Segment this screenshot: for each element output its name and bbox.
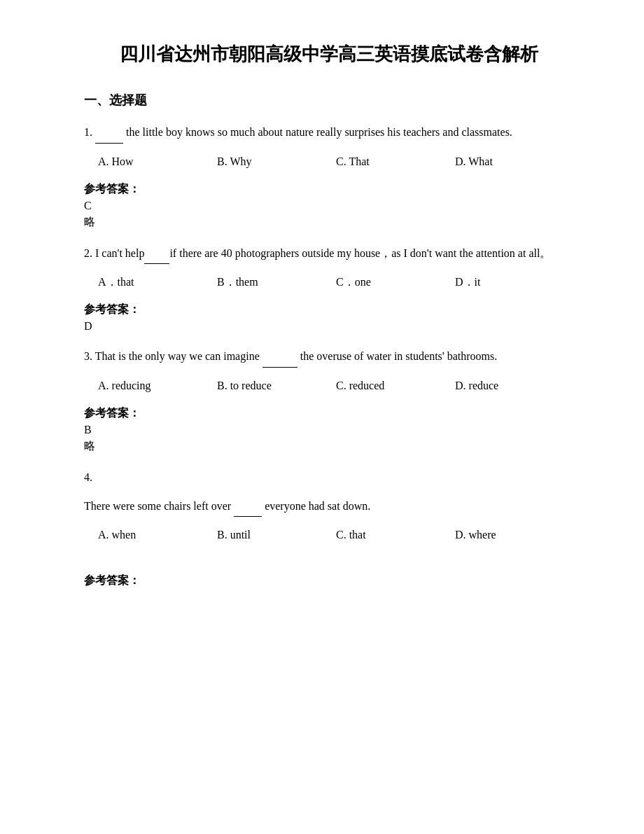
question-block-1: 1. the little boy knows so much about na… — [84, 123, 574, 230]
q2-answer-label: 参考答案： — [84, 303, 574, 317]
q2-option-b: B．them — [217, 272, 336, 293]
question-text-2: 2. I can't help if there are 40 photogra… — [84, 244, 574, 265]
question-block-3: 3. That is the only way we can imagine t… — [84, 347, 574, 454]
q3-option-b: B. to reduce — [217, 376, 336, 396]
q4-option-a: A. when — [98, 525, 217, 545]
q1-answer-note: 略 — [84, 215, 574, 230]
q1-option-a: A. How — [98, 152, 217, 172]
question-text-1: 1. the little boy knows so much about na… — [84, 123, 574, 144]
section-header: 一、选择题 — [84, 92, 574, 109]
q4-text: There were some chairs left over everyon… — [84, 500, 370, 512]
question-text-4: There were some chairs left over everyon… — [84, 496, 574, 517]
q1-blank — [95, 126, 123, 138]
q1-text: the little boy knows so much about natur… — [126, 126, 512, 138]
question-text-3: 3. That is the only way we can imagine t… — [84, 347, 574, 368]
q4-option-b: B. until — [217, 525, 336, 545]
q3-option-a: A. reducing — [98, 376, 217, 396]
page-title: 四川省达州市朝阳高级中学高三英语摸底试卷含解析 — [84, 42, 574, 67]
q1-answer-value: C — [84, 200, 574, 212]
q3-text: 3. That is the only way we can imagine t… — [84, 350, 497, 362]
q1-option-d: D. What — [455, 152, 574, 172]
q3-option-d: D. reduce — [455, 376, 574, 396]
question-block-2: 2. I can't help if there are 40 photogra… — [84, 244, 574, 333]
q1-number: 1. — [84, 126, 92, 138]
q2-option-d: D．it — [455, 272, 574, 293]
q1-options: A. How B. Why C. That D. What — [84, 152, 574, 172]
q4-option-c: C. that — [336, 525, 455, 545]
q1-option-c: C. That — [336, 152, 455, 172]
q1-answer-label: 参考答案： — [84, 182, 574, 197]
q4-answer-label: 参考答案： — [84, 574, 574, 588]
q2-answer-value: D — [84, 320, 574, 333]
q3-answer-note: 略 — [84, 439, 574, 454]
q2-option-a: A．that — [98, 272, 217, 293]
q3-option-c: C. reduced — [336, 376, 455, 396]
q4-number-line: 4. — [84, 468, 574, 488]
q3-options: A. reducing B. to reduce C. reduced D. r… — [84, 376, 574, 396]
q1-option-b: B. Why — [217, 152, 336, 172]
q2-text: 2. I can't help if there are 40 photogra… — [84, 247, 551, 259]
q3-answer-value: B — [84, 424, 574, 436]
q4-options: A. when B. until C. that D. where — [84, 525, 574, 545]
question-block-4: 4. There were some chairs left over ever… — [84, 468, 574, 588]
q2-options: A．that B．them C．one D．it — [84, 272, 574, 293]
q4-option-d: D. where — [455, 525, 574, 545]
q2-option-c: C．one — [336, 272, 455, 293]
q3-answer-label: 参考答案： — [84, 406, 574, 421]
